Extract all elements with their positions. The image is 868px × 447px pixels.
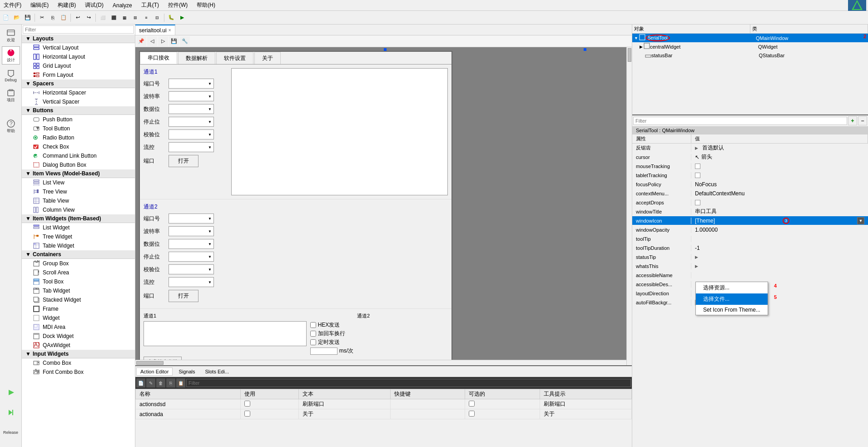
copy-button[interactable]: ⎘	[48, 13, 58, 23]
widget-tree-widget[interactable]: Tree Widget	[22, 232, 135, 241]
prop-row-contextmenu[interactable]: contextMenu... DefaultContextMenu	[632, 189, 868, 198]
widget-dialog-button[interactable]: Dialog Button Box	[22, 160, 135, 169]
widget-group-box[interactable]: GrpBx Group Box	[22, 259, 135, 268]
widget-filter-input[interactable]	[23, 25, 134, 34]
ch2-baud-combo[interactable]: ▼	[169, 226, 214, 236]
debug-button[interactable]: 🐛	[166, 13, 176, 23]
ch1-stop-combo[interactable]: ▼	[169, 117, 214, 127]
prop-row-mousetracking[interactable]: mouseTracking	[632, 162, 868, 171]
section-spacers[interactable]: ▼ Spacers	[22, 79, 135, 88]
widget-push-button[interactable]: Push Button	[22, 115, 135, 124]
widget-list-widget[interactable]: List Widget	[22, 223, 135, 232]
ch1-baud-combo[interactable]: ▼	[169, 91, 214, 101]
form-tab-serial[interactable]: 串口接收	[140, 52, 177, 64]
widget-qaxwidget[interactable]: AX QAxWidget	[22, 341, 135, 350]
receive-area[interactable]	[231, 68, 448, 195]
align-right-button[interactable]: ▦	[119, 13, 129, 23]
ch1-timer-input[interactable]	[310, 348, 337, 355]
menu-debug[interactable]: 调试(D)	[83, 0, 105, 10]
section-item-views[interactable]: ▼ Item Views (Model-Based)	[22, 169, 135, 178]
serial-form[interactable]: 串口接收 数据解析 软件设置 关于 通道1 端口号	[139, 51, 452, 365]
action-used-check-0[interactable]	[244, 401, 250, 407]
form-tab-data[interactable]: 数据解析	[178, 52, 215, 64]
form-toolbar-save[interactable]: 💾	[169, 36, 179, 46]
tablettracking-checkbox[interactable]	[695, 173, 700, 178]
prop-filter-input[interactable]	[633, 117, 847, 125]
ch1-data-combo[interactable]: ▼	[169, 104, 214, 114]
prop-row-antialias[interactable]: 反锯齿 ▶ 首选默认	[632, 144, 868, 153]
menu-file[interactable]: 文件(F)	[2, 0, 23, 10]
form-layout-button[interactable]: ≡	[141, 13, 151, 23]
form-toolbar-pin[interactable]: 📌	[136, 36, 146, 46]
form-tab-settings[interactable]: 软件设置	[216, 52, 253, 64]
file-tab-close[interactable]: ×	[169, 28, 171, 33]
widget-vertical-spacer[interactable]: Vertical Spacer	[22, 97, 135, 106]
menu-analyze[interactable]: Analyze	[111, 1, 134, 10]
prop-add-btn[interactable]: +	[848, 116, 857, 125]
ch2-data-combo[interactable]: ▼	[169, 239, 214, 249]
ch1-hex-check[interactable]	[310, 322, 316, 328]
action-paste-btn[interactable]: 📋	[176, 378, 185, 387]
inspector-row-statusbar[interactable]: statusBar QStatusBar	[632, 51, 868, 60]
sidebar-tool-release[interactable]: Release	[2, 423, 20, 442]
ch1-return-check[interactable]	[310, 331, 316, 337]
widget-column-view[interactable]: Column View	[22, 205, 135, 214]
prop-row-windowtitle[interactable]: windowTitle 串口工具	[632, 207, 868, 216]
prop-row-statustip[interactable]: statusTip ▶	[632, 253, 868, 262]
prop-row-tablettracking[interactable]: tabletTracking	[632, 171, 868, 180]
ch2-flow-combo[interactable]: ▼	[169, 277, 214, 287]
section-input-widgets[interactable]: ▼ Input Widgets	[22, 350, 135, 358]
new-button[interactable]: 📄	[1, 13, 11, 23]
widget-list-view[interactable]: List View	[22, 178, 135, 187]
widget-radio-button[interactable]: Radio Button	[22, 133, 135, 142]
widget-mdi-area[interactable]: MDI Area	[22, 323, 135, 332]
windowicon-dropdown-btn[interactable]: ▼	[857, 217, 864, 224]
form-toolbar-back[interactable]: ◁	[147, 36, 157, 46]
form-toolbar-fwd[interactable]: ▷	[158, 36, 168, 46]
action-row-0[interactable]: actionsdsd 刷新端口 刷新端口	[136, 399, 632, 409]
widget-tab-widget[interactable]: Tab Widget	[22, 286, 135, 295]
prop-row-acceptdrops[interactable]: acceptDrops	[632, 198, 868, 207]
sidebar-tool-debug[interactable]: Debug	[2, 66, 20, 84]
prop-row-cursor[interactable]: cursor ↖ 箭头	[632, 153, 868, 162]
bottom-tab-signals[interactable]: Signals	[174, 368, 199, 376]
section-layouts[interactable]: ▼ Layouts	[22, 35, 135, 43]
align-left-button[interactable]: ⬜	[98, 13, 108, 23]
widget-table-widget[interactable]: Table Widget	[22, 241, 135, 250]
ch1-flow-combo[interactable]: ▼	[169, 142, 214, 152]
bottom-tab-slots[interactable]: Slots Edi...	[201, 368, 233, 376]
widget-stacked[interactable]: Stacked Widget	[22, 295, 135, 304]
ch2-open-button[interactable]: 打开	[169, 290, 198, 302]
prop-row-whatsthis[interactable]: whatsThis ▶	[632, 262, 868, 271]
open-button[interactable]: 📂	[12, 13, 22, 23]
v-scroll-thumb[interactable]	[628, 48, 631, 62]
align-center-button[interactable]: ⬛	[109, 13, 119, 23]
action-used-check-1[interactable]	[244, 411, 250, 417]
paste-button[interactable]: 📋	[59, 13, 69, 23]
widget-font-combo-box[interactable]: Aa Font Combo Box	[22, 368, 135, 377]
layout-button[interactable]: ⊟	[152, 13, 162, 23]
section-containers[interactable]: ▼ Containers	[22, 250, 135, 259]
context-menu-select-file[interactable]: 选择文件... 5	[696, 293, 768, 305]
bottom-tab-action[interactable]: Action Editor	[136, 368, 173, 376]
h-scroll-thumb[interactable]	[136, 361, 164, 365]
action-new-btn[interactable]: 📄	[136, 378, 145, 387]
mousetracking-checkbox[interactable]	[695, 164, 700, 169]
form-tab-about[interactable]: 关于	[254, 52, 281, 64]
ch1-open-button[interactable]: 打开	[169, 155, 198, 167]
widget-grid-layout[interactable]: Grid Layout	[22, 61, 135, 70]
run-button[interactable]: ▶	[177, 13, 187, 23]
prop-row-accessiblename[interactable]: accessibleName	[632, 271, 868, 280]
ch2-stop-combo[interactable]: ▼	[169, 252, 214, 262]
sidebar-tool-help[interactable]: ? 帮助	[2, 117, 20, 135]
widget-table-view[interactable]: Table View	[22, 196, 135, 205]
ch2-port-combo[interactable]: ▼	[169, 214, 214, 224]
section-item-widgets[interactable]: ▼ Item Widgets (Item-Based)	[22, 214, 135, 223]
widget-widget[interactable]: Widget	[22, 313, 135, 323]
action-edit-btn[interactable]: ✎	[146, 378, 155, 387]
inspector-row-serialtool[interactable]: ▼ SerialTool QMainWindow 2	[632, 34, 868, 42]
action-checkable-check-0[interactable]	[469, 401, 475, 407]
sidebar-tool-next[interactable]	[2, 403, 20, 422]
sidebar-tool-welcome[interactable]: 欢迎	[2, 26, 20, 45]
action-checkable-check-1[interactable]	[469, 411, 475, 417]
